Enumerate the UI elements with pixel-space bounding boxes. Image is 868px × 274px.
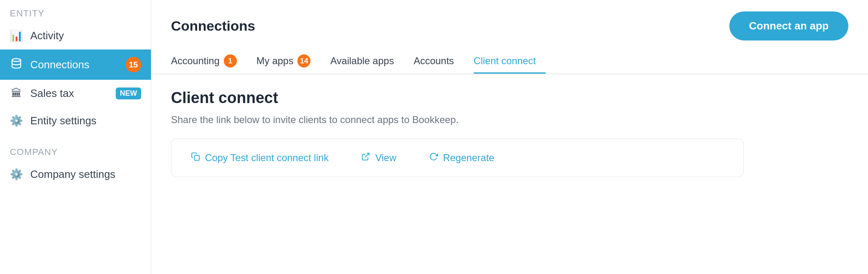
copy-link-label: Copy Test client connect link xyxy=(205,152,328,164)
copy-link-action[interactable]: Copy Test client connect link xyxy=(191,152,328,164)
sidebar-item-activity[interactable]: 📊 Activity xyxy=(0,22,151,49)
entity-section-label: ENTITY xyxy=(0,4,151,22)
section-title: Client connect xyxy=(171,89,848,107)
tab-available-apps-label: Available apps xyxy=(330,55,394,67)
svg-point-0 xyxy=(12,58,21,61)
link-card: Copy Test client connect link View xyxy=(171,139,744,177)
sales-tax-icon: 🏛 xyxy=(10,87,23,100)
tab-my-apps-badge: 14 xyxy=(297,54,310,67)
sidebar: ENTITY 📊 Activity Connections 15 🏛 Sales… xyxy=(0,0,151,274)
sidebar-item-company-settings[interactable]: ⚙️ Company settings xyxy=(0,161,151,188)
tab-accounts-label: Accounts xyxy=(414,55,454,67)
sales-tax-badge: NEW xyxy=(116,88,141,99)
activity-icon: 📊 xyxy=(10,29,23,42)
content-area: Client connect Share the link below to i… xyxy=(151,74,868,192)
sidebar-item-connections[interactable]: Connections 15 xyxy=(0,49,151,80)
tab-my-apps[interactable]: My apps 14 xyxy=(256,49,321,74)
company-settings-icon: ⚙️ xyxy=(10,168,23,181)
sidebar-item-entity-settings[interactable]: ⚙️ Entity settings xyxy=(0,107,151,135)
regenerate-action[interactable]: Regenerate xyxy=(429,152,494,164)
sidebar-item-sales-tax-label: Sales tax xyxy=(30,87,74,100)
sidebar-item-activity-label: Activity xyxy=(30,29,64,42)
connections-badge: 15 xyxy=(126,57,141,72)
sidebar-item-connections-label: Connections xyxy=(30,58,90,71)
sidebar-item-sales-tax[interactable]: 🏛 Sales tax NEW xyxy=(0,80,151,107)
tab-available-apps[interactable]: Available apps xyxy=(330,49,404,74)
sidebar-item-entity-settings-label: Entity settings xyxy=(30,115,97,127)
entity-settings-icon: ⚙️ xyxy=(10,115,23,127)
connect-app-button[interactable]: Connect an app xyxy=(729,11,848,40)
external-link-icon xyxy=(361,152,370,164)
regenerate-label: Regenerate xyxy=(443,152,494,164)
regenerate-icon xyxy=(429,152,438,164)
view-label: View xyxy=(375,152,396,164)
view-action[interactable]: View xyxy=(361,152,396,164)
tabs-bar: Accounting 1 My apps 14 Available apps A… xyxy=(151,49,868,74)
page-title: Connections xyxy=(171,18,255,34)
svg-rect-1 xyxy=(194,155,199,160)
tab-accounts[interactable]: Accounts xyxy=(414,49,464,74)
tab-client-connect-label: Client connect xyxy=(474,55,536,67)
sidebar-item-company-settings-label: Company settings xyxy=(30,168,115,181)
main-content: Connections Connect an app Accounting 1 … xyxy=(151,0,868,274)
tab-my-apps-label: My apps xyxy=(256,55,294,67)
copy-icon xyxy=(191,152,200,164)
svg-line-2 xyxy=(365,153,369,157)
tab-accounting-badge: 1 xyxy=(224,54,237,67)
connections-icon xyxy=(10,58,23,72)
tab-accounting-label: Accounting xyxy=(171,55,220,67)
tab-accounting[interactable]: Accounting 1 xyxy=(171,49,247,74)
section-description: Share the link below to invite clients t… xyxy=(171,114,848,126)
main-header: Connections Connect an app xyxy=(151,0,868,49)
tab-client-connect[interactable]: Client connect xyxy=(474,49,546,74)
company-section-label: COMPANY xyxy=(0,143,151,161)
